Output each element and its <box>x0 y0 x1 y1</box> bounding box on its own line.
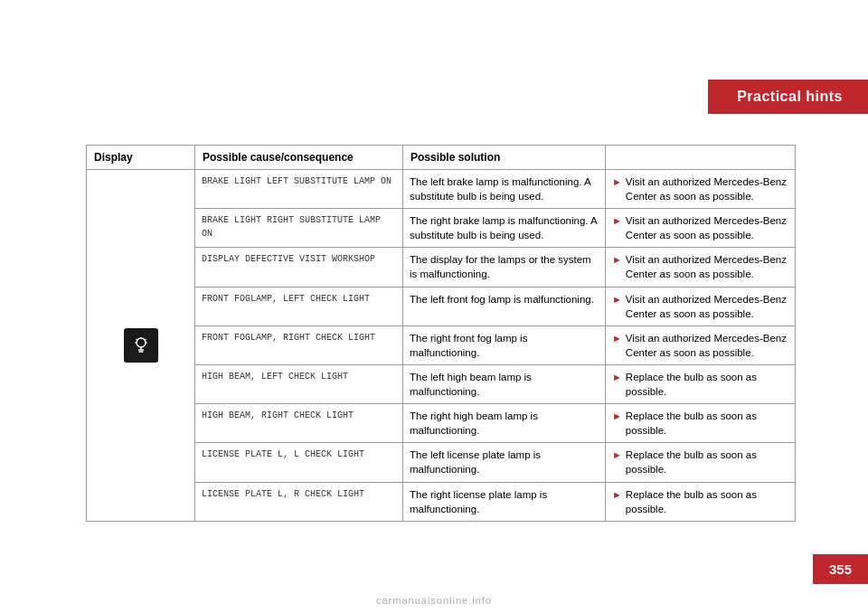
display-code-cell: HIGH BEAM, LEFT CHECK LIGHT <box>195 364 403 403</box>
solution-cell: ►Visit an authorized Mercedes-Benz Cente… <box>605 287 795 325</box>
display-code-cell: FRONT FOGLAMP, RIGHT CHECK LIGHT <box>195 325 403 364</box>
cause-cell: The right front fog lamp is malfunctioni… <box>403 325 606 364</box>
display-code-cell: BRAKE LIGHT RIGHT SUBSTITUTE LAMP ON <box>195 209 403 248</box>
arrow-icon: ► <box>612 253 622 267</box>
arrow-icon: ► <box>612 175 622 189</box>
cause-cell: The left high beam lamp is malfunctionin… <box>403 364 606 403</box>
arrow-icon: ► <box>612 448 622 462</box>
display-code-cell: DISPLAY DEFECTIVE VISIT WORKSHOP <box>195 248 403 287</box>
cause-cell: The left license plate lamp is malfuncti… <box>403 443 606 482</box>
display-code-cell: FRONT FOGLAMP, LEFT CHECK LIGHT <box>195 287 403 325</box>
solution-cell: ►Visit an authorized Mercedes-Benz Cente… <box>605 170 795 209</box>
page-number: 355 <box>813 554 868 584</box>
arrow-icon: ► <box>612 214 622 228</box>
arrow-icon: ► <box>612 332 622 345</box>
solution-text: Visit an authorized Mercedes-Benz Center… <box>626 292 788 321</box>
solution-text: Visit an authorized Mercedes-Benz Center… <box>626 331 788 360</box>
icon-cell <box>87 170 195 522</box>
section-header-tab: Practical hints <box>708 80 868 114</box>
solution-text: Replace the bulb as soon as possible. <box>626 370 788 399</box>
col-header-solution: Possible solution <box>403 146 606 170</box>
solution-cell: ►Replace the bulb as soon as possible. <box>605 364 795 403</box>
solution-text: Replace the bulb as soon as possible. <box>626 409 788 438</box>
solution-text: Visit an authorized Mercedes-Benz Center… <box>626 213 788 242</box>
solution-text: Replace the bulb as soon as possible. <box>626 487 788 516</box>
display-code-cell: HIGH BEAM, RIGHT CHECK LIGHT <box>195 404 403 443</box>
solution-cell: ►Visit an authorized Mercedes-Benz Cente… <box>605 325 795 364</box>
cause-cell: The left brake lamp is malfunctioning. A… <box>403 170 606 209</box>
lamp-warning-icon <box>124 328 158 363</box>
arrow-icon: ► <box>612 293 622 306</box>
solution-text: Visit an authorized Mercedes-Benz Center… <box>626 252 788 281</box>
table-row: BRAKE LIGHT LEFT SUBSTITUTE LAMP ONThe l… <box>87 170 796 209</box>
main-table-container: Display Possible cause/consequence Possi… <box>86 145 796 522</box>
svg-point-0 <box>137 338 146 347</box>
arrow-icon: ► <box>612 410 622 423</box>
arrow-icon: ► <box>612 488 622 502</box>
display-code-cell: LICENSE PLATE L, R CHECK LIGHT <box>195 482 403 521</box>
cause-cell: The right high beam lamp is malfunctioni… <box>403 404 606 443</box>
solution-cell: ►Replace the bulb as soon as possible. <box>605 404 795 443</box>
solution-cell: ►Replace the bulb as soon as possible. <box>605 482 795 521</box>
solution-text: Visit an authorized Mercedes-Benz Center… <box>626 174 788 203</box>
cause-cell: The right brake lamp is malfunctioning. … <box>403 209 606 248</box>
cause-cell: The left front fog lamp is malfunctionin… <box>403 287 606 325</box>
solution-cell: ►Visit an authorized Mercedes-Benz Cente… <box>605 248 795 287</box>
lamp-faults-table: Display Possible cause/consequence Possi… <box>86 145 796 522</box>
svg-line-6 <box>145 339 146 340</box>
watermark: carmanualsonline.info <box>376 595 492 606</box>
solution-text: Replace the bulb as soon as possible. <box>626 448 788 476</box>
display-code-cell: BRAKE LIGHT LEFT SUBSTITUTE LAMP ON <box>195 170 403 209</box>
cause-cell: The right license plate lamp is malfunct… <box>403 482 606 521</box>
col-header-display: Display <box>87 146 195 170</box>
cause-cell: The display for the lamps or the system … <box>403 248 606 287</box>
solution-cell: ►Replace the bulb as soon as possible. <box>605 443 795 482</box>
col-header-cause: Possible cause/consequence <box>195 146 403 170</box>
display-code-cell: LICENSE PLATE L, L CHECK LIGHT <box>195 443 403 482</box>
svg-line-5 <box>136 339 137 340</box>
arrow-icon: ► <box>612 371 622 384</box>
solution-cell: ►Visit an authorized Mercedes-Benz Cente… <box>605 209 795 248</box>
